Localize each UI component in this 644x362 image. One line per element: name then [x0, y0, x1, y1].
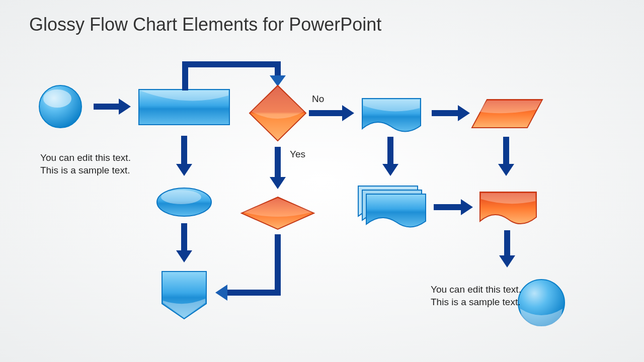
svg-rect-16 — [181, 136, 187, 165]
svg-point-19 — [161, 190, 201, 204]
sample-text-left: You can edit this text. This is a sample… — [40, 152, 131, 176]
svg-rect-22 — [275, 147, 281, 178]
svg-rect-34 — [504, 230, 510, 256]
label-no: No — [312, 94, 324, 105]
svg-marker-31 — [461, 199, 473, 215]
svg-rect-20 — [181, 223, 187, 251]
flowchart-canvas — [0, 0, 644, 362]
offpage-connector-shape — [162, 272, 206, 319]
svg-point-2 — [43, 89, 71, 108]
arrow-document-to-data — [432, 105, 470, 121]
document-shape — [362, 99, 421, 132]
display-shape — [480, 192, 536, 224]
arrow-display-down — [499, 230, 515, 267]
process-rectangle-shape — [139, 89, 229, 125]
svg-marker-33 — [498, 164, 514, 176]
arrow-decision-no — [309, 105, 354, 121]
sort-diamond-shape — [242, 197, 314, 229]
arrow-sort-to-offpage — [215, 234, 281, 301]
multi-document-shape — [358, 186, 426, 227]
svg-marker-27 — [215, 285, 227, 301]
svg-rect-32 — [503, 137, 509, 165]
svg-marker-23 — [270, 177, 286, 189]
svg-marker-14 — [458, 105, 470, 121]
label-yes: Yes — [290, 149, 305, 160]
svg-marker-17 — [176, 164, 192, 176]
arrow-start-to-process — [94, 99, 131, 115]
svg-rect-8 — [275, 61, 281, 76]
arrow-ellipse-down — [176, 223, 192, 262]
svg-marker-21 — [176, 250, 192, 262]
data-parallelogram-shape — [472, 100, 542, 128]
arrow-decision-yes — [270, 147, 286, 189]
start-circle-shape — [39, 85, 82, 128]
svg-rect-7 — [182, 61, 278, 67]
arrow-data-down — [498, 137, 514, 176]
sample-text-right: You can edit this text. This is a sample… — [431, 284, 521, 308]
svg-marker-35 — [499, 255, 515, 267]
decision-diamond-shape — [250, 85, 306, 141]
end-circle-shape — [518, 280, 565, 326]
connector-process-to-decision — [182, 61, 286, 90]
svg-rect-6 — [182, 64, 188, 90]
svg-rect-25 — [275, 234, 281, 293]
arrow-multidoc-to-display — [434, 199, 473, 215]
svg-rect-3 — [94, 104, 119, 110]
svg-rect-13 — [432, 110, 458, 116]
svg-marker-29 — [382, 164, 398, 176]
ellipse-shape — [157, 188, 211, 216]
arrow-process-down — [176, 136, 192, 176]
arrow-document-down — [382, 137, 398, 176]
svg-rect-26 — [226, 290, 281, 296]
svg-rect-28 — [387, 137, 393, 165]
svg-rect-11 — [309, 110, 342, 116]
svg-marker-12 — [342, 105, 354, 121]
svg-rect-30 — [434, 204, 461, 210]
svg-marker-4 — [119, 99, 131, 115]
